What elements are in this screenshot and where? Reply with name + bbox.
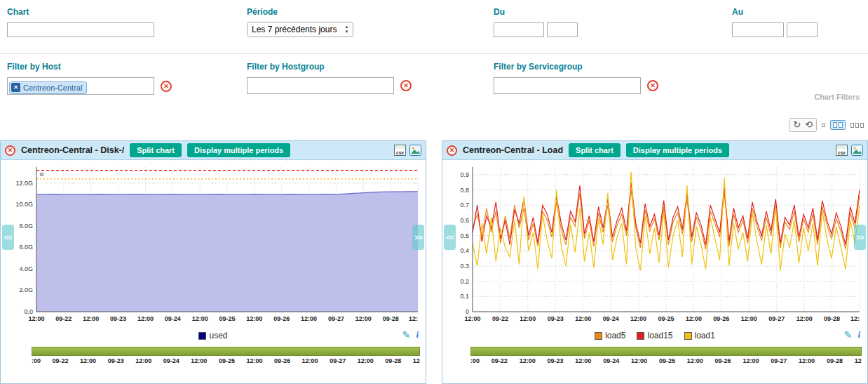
tag-remove-icon[interactable]: ✕ [11,83,20,92]
au-time-input[interactable] [787,22,818,37]
svg-text:12:00: 12:00 [741,315,757,322]
history-icon[interactable]: ⟲ [805,119,813,131]
servicegroup-input[interactable] [494,77,641,94]
svg-text:0.6: 0.6 [460,217,469,224]
timebar-tick: 09-22 [53,357,69,364]
refresh-icon[interactable]: ↻ [793,119,801,131]
svg-text:0.5: 0.5 [460,232,469,239]
svg-text:0.1: 0.1 [460,293,469,300]
periode-select[interactable]: Les 7 précédents jours [247,22,353,37]
svg-text:12:00: 12:00 [520,315,536,322]
svg-text:2.0G: 2.0G [19,286,33,293]
timebar-tick: 12:00 [358,357,374,364]
chart-filter-label: Chart [7,7,154,17]
svg-text:12:00: 12:00 [28,315,44,322]
edit-icon[interactable]: ✎ [402,329,411,340]
timebar-tick: 12:00 [687,357,703,364]
disk-usage-graph: 0.02.0G4.0G6.0G8.0G10.0G12.0G12:0009-221… [3,160,423,324]
timebar-tick: 09-25 [659,357,675,364]
svg-text:09-28: 09-28 [824,315,840,322]
chart-title: Centreon-Central - Disk-/ [21,145,124,155]
close-chart-icon[interactable]: ✕ [5,145,15,156]
image-export-icon[interactable] [851,145,863,156]
svg-text:4.0G: 4.0G [19,265,33,272]
svg-text:0.3: 0.3 [460,263,469,270]
clear-hostgroup-filter-icon[interactable]: ✕ [400,80,412,91]
info-icon[interactable]: i [857,329,860,340]
split-chart-button[interactable]: Split chart [130,143,182,157]
timebar[interactable] [32,347,420,356]
timebar-tick: 12:00 [575,357,591,364]
svg-text:0.8: 0.8 [460,187,469,194]
csv-export-icon[interactable]: csv [394,145,406,156]
svg-text:0.4: 0.4 [460,247,469,254]
timebar[interactable] [470,347,862,356]
csv-export-icon[interactable]: csv [836,145,848,156]
svg-text:09-27: 09-27 [768,315,785,322]
timebar-tick: 12:00 [135,357,151,364]
timebar-tick: 12 [413,357,420,364]
timebar-tick: 12:00 [246,357,262,364]
timebar-tick: 12:00 [631,357,647,364]
au-label: Au [732,7,818,17]
svg-text:12:: 12: [409,315,418,322]
legend-item: load5 [595,331,625,340]
three-column-view-icon[interactable] [850,123,864,128]
svg-text:0.0: 0.0 [24,308,33,315]
host-filter-box[interactable]: ✕ Centreon-Central [7,77,154,95]
hostgroup-input[interactable] [247,77,394,94]
svg-text:09-22: 09-22 [492,315,508,322]
chart-panel: ✕ Centreon-Central - Load Split chart Di… [442,140,868,384]
load-graph: 00.10.20.30.40.50.60.70.80.912:0009-2212… [445,160,865,324]
timebar-tick: 09-23 [108,357,124,364]
timebar-tick: 09-26 [715,357,731,364]
legend-swatch [637,332,644,340]
chart-filter-input[interactable] [7,22,154,37]
svg-text:0.2: 0.2 [460,278,469,285]
view-toolbar: ↻ ⟲ [789,118,864,132]
svg-text:B: B [39,173,45,176]
svg-text:09-24: 09-24 [603,315,619,322]
scroll-right-button[interactable]: >> [412,225,424,250]
timebar-tick: 09-28 [827,357,843,364]
timebar-tick: 09-27 [330,357,346,364]
svg-text:09-26: 09-26 [273,315,290,322]
timebar-tick: 09-26 [274,357,290,364]
clear-host-filter-icon[interactable]: ✕ [161,81,172,92]
divider [0,53,868,54]
svg-text:0.9: 0.9 [460,171,469,178]
du-time-input[interactable] [547,22,578,37]
svg-text:12:00: 12:00 [246,315,262,322]
filter-by-hostgroup-label: Filter by Hostgroup [247,62,412,72]
timebar-labels: :0009-2212:0009-2312:0009-2412:0009-2512… [470,357,862,364]
edit-icon[interactable]: ✎ [844,329,853,340]
display-multiple-periods-button[interactable]: Display multiple periods [187,143,290,157]
display-multiple-periods-button[interactable]: Display multiple periods [626,143,729,157]
scroll-right-button[interactable]: >> [854,225,866,250]
two-column-view-icon[interactable] [830,120,846,130]
panel-header: ✕ Centreon-Central - Load Split chart Di… [442,141,867,160]
split-chart-button[interactable]: Split chart [569,143,621,157]
legend-item: load1 [684,331,715,340]
info-icon[interactable]: i [416,329,419,340]
close-chart-icon[interactable]: ✕ [447,145,457,156]
host-tag[interactable]: ✕ Centreon-Central [9,81,87,94]
host-tag-label: Centreon-Central [23,84,82,92]
clear-servicegroup-filter-icon[interactable]: ✕ [647,80,658,91]
legend-swatch [198,332,206,340]
svg-text:09-26: 09-26 [713,315,729,322]
svg-text:12:00: 12:00 [630,315,646,322]
svg-text:12:00: 12:00 [301,315,317,322]
au-date-input[interactable] [732,22,784,37]
timebar-tick: :00 [32,357,41,364]
filter-by-servicegroup-label: Filter by Servicegroup [494,62,658,72]
single-column-view-icon[interactable] [822,124,825,127]
image-export-icon[interactable] [409,145,421,156]
scroll-left-button[interactable]: << [444,225,456,250]
timebar-tick: 12 [855,357,862,364]
scroll-left-button[interactable]: << [2,225,14,250]
chart-panel: ✕ Centreon-Central - Disk-/ Split chart … [0,140,426,384]
du-label: Du [494,7,578,17]
svg-text:12:00: 12:00 [686,315,702,322]
du-date-input[interactable] [494,22,544,37]
